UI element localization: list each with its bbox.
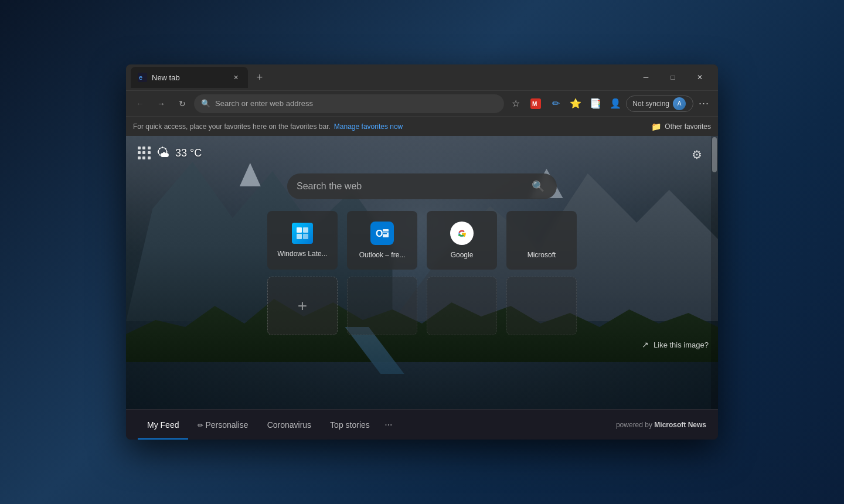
nav-tools: ☆ M ✏ ⭐ 📑 👤 Not syncing A ··· [506,94,713,113]
windows-late-label: Windows Late... [267,250,338,258]
google-icon [450,222,474,245]
google-svg-icon [454,226,469,241]
windows-late-icon [292,223,313,244]
nav-bar: ← → ↻ 🔍 Search or enter web address ☆ M … [126,90,718,116]
like-image-label: Like this image? [654,340,709,349]
folder-icon: 📁 [651,122,661,131]
svg-rect-7 [303,234,308,239]
title-bar: e New tab ✕ + ─ □ ✕ [126,64,718,90]
more-tabs-button[interactable]: ··· [379,416,398,434]
weather-widget: 🌤 33 °C [138,145,202,161]
empty-tile-2 [427,277,497,335]
svg-rect-11 [383,231,389,233]
search-button[interactable]: 🔍 [529,177,547,196]
window-controls: ─ □ ✕ [632,68,713,87]
more-options-button[interactable]: ··· [695,94,713,113]
bottom-tabs: My Feed ✏Personalise Coronavirus Top sto… [126,409,718,440]
refresh-icon: ↻ [179,99,186,108]
sync-button[interactable]: Not syncing A [626,96,693,112]
pencil-icon: ✏ [198,421,203,430]
microsoft-label: Microsoft [506,251,577,259]
maximize-button[interactable]: □ [659,68,686,87]
tab-my-feed[interactable]: My Feed [138,410,188,440]
collections-button[interactable]: ⭐ [566,94,585,113]
manage-favorites-link[interactable]: Manage favorites now [334,122,403,131]
svg-rect-4 [297,227,302,233]
user-avatar: A [673,97,686,110]
gear-icon: ⚙ [692,148,702,162]
tab-close-button[interactable]: ✕ [230,72,241,83]
empty-tile-3 [506,277,577,335]
other-favorites-label: Other favorites [665,122,711,131]
quick-link-google[interactable]: Google [427,211,497,270]
powered-by-prefix: powered by [616,421,654,429]
tab-top-stories[interactable]: Top stories [321,410,379,440]
outlook-svg-icon: O [373,224,391,242]
forward-button[interactable]: → [152,94,171,113]
browser-window: e New tab ✕ + ─ □ ✕ ← → ↻ 🔍 Search or en… [126,64,718,440]
tab-personalise[interactable]: ✏Personalise [188,410,257,440]
forward-icon: → [157,99,165,108]
back-button[interactable]: ← [131,94,149,113]
svg-text:e: e [139,74,142,81]
expand-icon: ↗ [642,340,649,349]
active-tab[interactable]: e New tab ✕ [131,67,248,88]
quick-link-windows-late[interactable]: Windows Late... [267,211,338,270]
quick-links-row1: Windows Late... O Outlook – fre... [126,211,718,270]
new-tab-button[interactable]: + [250,68,269,87]
svg-rect-12 [383,233,387,234]
top-bar-overlay: 🌤 33 °C ⚙ [126,136,718,164]
top-stories-label: Top stories [330,420,370,430]
windows-flag-icon [295,226,309,240]
main-content: 🌤 33 °C ⚙ Search the web 🔍 [126,136,718,409]
quick-link-outlook[interactable]: O Outlook – fre... [347,211,417,270]
like-image-section[interactable]: ↗ Like this image? [126,335,718,354]
edge-wallet-button[interactable]: M [526,94,545,113]
add-site-button[interactable]: + [267,277,338,335]
settings-gear-button[interactable]: ⚙ [688,145,706,164]
coronavirus-label: Coronavirus [267,420,311,430]
microsoft-icon [530,222,553,245]
svg-text:M: M [532,101,537,107]
search-bar-icon: 🔍 [201,99,210,108]
address-bar-placeholder: Search or enter web address [215,99,497,108]
personalise-label: ✏Personalise [198,420,248,430]
content-overlay: 🌤 33 °C ⚙ Search the web 🔍 [126,136,718,409]
search-placeholder: Search the web [297,181,523,192]
apps-grid-button[interactable] [138,147,151,159]
search-box[interactable]: Search the web 🔍 [287,173,557,199]
refresh-button[interactable]: ↻ [173,94,192,113]
google-label: Google [427,251,497,259]
favorites-star-button[interactable]: ☆ [506,94,525,113]
tab-label: New tab [152,73,226,82]
close-button[interactable]: ✕ [686,68,713,87]
svg-text:O: O [376,229,383,239]
temperature-display: 33 °C [175,147,202,159]
minimize-button[interactable]: ─ [632,68,659,87]
svg-rect-5 [303,227,308,233]
svg-rect-6 [297,234,302,239]
wallet-icon: M [530,98,541,109]
profile-button[interactable]: 👤 [606,94,625,113]
favorites-bar: For quick access, place your favorites h… [126,116,718,136]
sync-label: Not syncing [632,100,669,108]
weather-icon: 🌤 [156,145,169,161]
outlook-icon: O [370,222,394,245]
edge-pen-button[interactable]: ✏ [546,94,565,113]
powered-by: powered by Microsoft News [616,421,706,429]
address-bar[interactable]: 🔍 Search or enter web address [194,94,504,113]
tab-coronavirus[interactable]: Coronavirus [258,410,321,440]
empty-tile-1 [347,277,417,335]
favorites-button[interactable]: 📑 [586,94,605,113]
my-feed-label: My Feed [147,420,179,430]
quick-link-microsoft[interactable]: Microsoft [506,211,577,270]
other-favorites-button[interactable]: 📁 Other favorites [651,122,711,131]
back-icon: ← [136,99,144,108]
favorites-hint-text: For quick access, place your favorites h… [133,122,331,131]
microsoft-news-brand: Microsoft News [654,421,706,429]
outlook-label: Outlook – fre... [347,251,417,259]
search-section: Search the web 🔍 [126,164,718,211]
edge-tab-icon: e [138,73,147,82]
quick-links-row2: + [126,277,718,335]
